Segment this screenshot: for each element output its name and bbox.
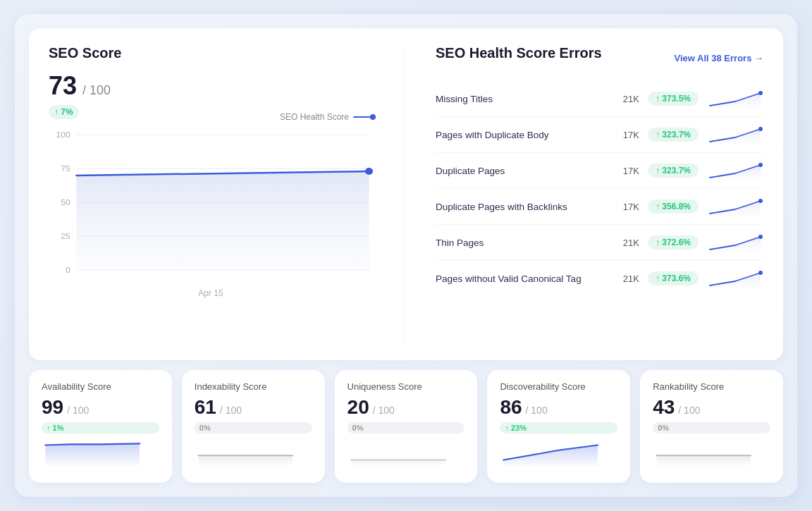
seo-errors-panel: SEO Health Score Errors View All 38 Erro… bbox=[436, 45, 763, 343]
card-title: Availability Score bbox=[42, 381, 159, 392]
card-score-denom: / 100 bbox=[220, 405, 242, 416]
legend-label: SEO Health Score bbox=[280, 112, 349, 122]
card-sparkline bbox=[653, 439, 770, 466]
error-sparkline bbox=[707, 123, 763, 146]
card-sparkline-container bbox=[653, 439, 770, 472]
error-row: Pages without Valid Canonical Tag 21K ↑ … bbox=[436, 261, 763, 296]
card-score-denom: / 100 bbox=[67, 405, 89, 416]
seo-score-title: SEO Score bbox=[49, 45, 373, 61]
error-badge: ↑ 323.7% bbox=[648, 128, 699, 142]
card-score-value: 86 bbox=[500, 396, 522, 419]
card-score-value: 99 bbox=[42, 396, 63, 419]
errors-header: SEO Health Score Errors View All 38 Erro… bbox=[436, 45, 763, 71]
error-count: 21K bbox=[614, 94, 639, 104]
svg-point-21 bbox=[758, 235, 763, 239]
card-sparkline bbox=[195, 439, 312, 466]
score-card: Discoverability Score 86 / 100 ↑ 23% bbox=[487, 370, 630, 483]
card-score-value: 43 bbox=[653, 396, 675, 419]
bottom-section: Availability Score 99 / 100 ↑ 1% Indexab… bbox=[29, 370, 783, 483]
svg-point-11 bbox=[365, 168, 373, 175]
error-count: 17K bbox=[614, 202, 639, 212]
card-badge: ↑ 1% bbox=[42, 422, 159, 433]
legend-line-icon bbox=[353, 116, 373, 118]
card-badge: 0% bbox=[347, 422, 465, 433]
card-sparkline-container bbox=[347, 439, 465, 472]
card-sparkline bbox=[42, 439, 159, 466]
card-score-denom: / 100 bbox=[526, 405, 548, 416]
svg-point-19 bbox=[758, 199, 763, 203]
top-section: SEO Score 73 / 100 ↑ 7% SEO Health Score bbox=[29, 28, 783, 360]
error-sparkline bbox=[707, 231, 763, 254]
card-sparkline bbox=[500, 439, 617, 466]
divider bbox=[404, 45, 405, 343]
error-row: Duplicate Pages 17K ↑ 323.7% bbox=[436, 153, 763, 189]
svg-text:75: 75 bbox=[61, 164, 70, 172]
seo-score-badge: ↑ 7% bbox=[49, 105, 79, 119]
error-count: 21K bbox=[614, 238, 639, 248]
chart-svg: 100 75 50 25 0 bbox=[49, 128, 373, 283]
svg-text:100: 100 bbox=[56, 130, 70, 138]
svg-marker-26 bbox=[351, 460, 445, 466]
score-card: Availability Score 99 / 100 ↑ 1% bbox=[29, 370, 172, 483]
error-row: Missing Titles 21K ↑ 373.5% bbox=[436, 81, 763, 117]
error-row: Pages with Duplicate Body 17K ↑ 323.7% bbox=[436, 117, 763, 153]
svg-point-15 bbox=[758, 127, 763, 131]
errors-title: SEO Health Score Errors bbox=[436, 45, 602, 61]
svg-point-13 bbox=[758, 91, 763, 95]
error-row: Duplicate Pages with Backlinks 17K ↑ 356… bbox=[436, 189, 763, 225]
score-card: Uniqueness Score 20 / 100 0% bbox=[335, 370, 478, 483]
card-title: Uniqueness Score bbox=[347, 381, 465, 392]
seo-score-header: 73 / 100 bbox=[49, 71, 111, 101]
error-badge: ↑ 373.5% bbox=[648, 92, 699, 106]
card-sparkline-container bbox=[195, 439, 312, 472]
error-name: Duplicate Pages with Backlinks bbox=[436, 202, 605, 212]
svg-marker-24 bbox=[46, 443, 140, 466]
main-dashboard: SEO Score 73 / 100 ↑ 7% SEO Health Score bbox=[15, 14, 797, 497]
card-badge: 0% bbox=[653, 422, 770, 433]
card-score-row: 99 / 100 bbox=[42, 396, 159, 419]
score-card: Indexability Score 61 / 100 0% bbox=[182, 370, 325, 483]
error-name: Duplicate Pages bbox=[436, 166, 605, 176]
seo-score-chart: 100 75 50 25 0 bbox=[49, 128, 373, 343]
error-sparkline bbox=[707, 195, 763, 218]
card-score-denom: / 100 bbox=[373, 405, 395, 416]
seo-score-panel: SEO Score 73 / 100 ↑ 7% SEO Health Score bbox=[49, 45, 373, 343]
card-score-denom: / 100 bbox=[678, 405, 700, 416]
error-count: 17K bbox=[614, 130, 639, 140]
card-score-row: 86 / 100 bbox=[500, 396, 617, 419]
chart-legend: SEO Health Score bbox=[280, 112, 373, 122]
chart-x-label: Apr 15 bbox=[49, 288, 373, 298]
error-sparkline bbox=[707, 87, 763, 110]
card-sparkline-container bbox=[500, 439, 617, 472]
error-badge: ↑ 323.7% bbox=[648, 164, 699, 178]
card-score-row: 20 / 100 bbox=[347, 396, 465, 419]
svg-marker-25 bbox=[198, 455, 292, 466]
error-badge: ↑ 356.8% bbox=[648, 199, 699, 214]
card-title: Indexability Score bbox=[195, 381, 312, 392]
error-name: Pages without Valid Canonical Tag bbox=[436, 273, 605, 284]
view-all-link[interactable]: View All 38 Errors → bbox=[675, 53, 763, 63]
card-score-value: 20 bbox=[347, 396, 369, 419]
svg-point-23 bbox=[758, 271, 763, 275]
error-name: Thin Pages bbox=[436, 238, 605, 248]
error-count: 21K bbox=[614, 273, 639, 284]
card-sparkline-container bbox=[42, 439, 159, 472]
card-badge: ↑ 23% bbox=[500, 422, 617, 433]
svg-marker-27 bbox=[504, 445, 598, 466]
score-card: Rankability Score 43 / 100 0% bbox=[640, 370, 783, 483]
error-name: Missing Titles bbox=[436, 94, 605, 104]
card-score-value: 61 bbox=[195, 396, 216, 419]
error-sparkline bbox=[707, 159, 763, 182]
card-title: Rankability Score bbox=[653, 381, 770, 392]
card-sparkline bbox=[347, 439, 465, 466]
card-score-row: 61 / 100 bbox=[195, 396, 312, 419]
svg-text:0: 0 bbox=[66, 266, 70, 273]
error-count: 17K bbox=[614, 166, 639, 176]
svg-text:50: 50 bbox=[61, 198, 70, 206]
svg-text:25: 25 bbox=[61, 232, 70, 240]
card-badge: 0% bbox=[195, 422, 312, 433]
error-badge: ↑ 372.6% bbox=[648, 235, 699, 250]
svg-marker-28 bbox=[657, 455, 751, 466]
seo-score-value: 73 bbox=[49, 71, 77, 101]
card-score-row: 43 / 100 bbox=[653, 396, 770, 419]
